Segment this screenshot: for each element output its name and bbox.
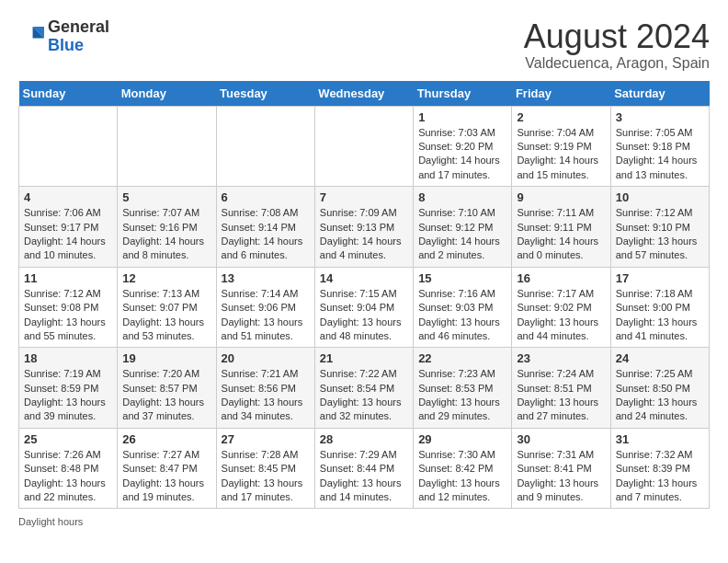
day-info: Sunrise: 7:04 AM Sunset: 9:19 PM Dayligh… <box>517 126 605 183</box>
day-number: 29 <box>418 432 506 446</box>
calendar-cell: 12Sunrise: 7:13 AM Sunset: 9:07 PM Dayli… <box>118 267 216 348</box>
calendar-cell: 24Sunrise: 7:25 AM Sunset: 8:50 PM Dayli… <box>610 348 709 429</box>
day-number: 30 <box>517 432 605 446</box>
day-info: Sunrise: 7:10 AM Sunset: 9:12 PM Dayligh… <box>418 206 506 263</box>
calendar-cell: 14Sunrise: 7:15 AM Sunset: 9:04 PM Dayli… <box>314 267 413 348</box>
calendar-cell: 4Sunrise: 7:06 AM Sunset: 9:17 PM Daylig… <box>19 187 118 268</box>
day-info: Sunrise: 7:27 AM Sunset: 8:47 PM Dayligh… <box>122 448 210 505</box>
calendar-cell: 20Sunrise: 7:21 AM Sunset: 8:56 PM Dayli… <box>216 348 314 429</box>
day-info: Sunrise: 7:24 AM Sunset: 8:51 PM Dayligh… <box>517 367 605 424</box>
logo: General Blue <box>18 18 109 55</box>
weekday-header-thursday: Thursday <box>414 81 512 107</box>
calendar-cell: 22Sunrise: 7:23 AM Sunset: 8:53 PM Dayli… <box>414 348 512 429</box>
footer: Daylight hours <box>18 516 710 527</box>
day-number: 28 <box>320 432 408 446</box>
day-info: Sunrise: 7:29 AM Sunset: 8:44 PM Dayligh… <box>320 448 408 505</box>
calendar-cell: 7Sunrise: 7:09 AM Sunset: 9:13 PM Daylig… <box>314 187 413 268</box>
week-row-0: 1Sunrise: 7:03 AM Sunset: 9:20 PM Daylig… <box>19 106 710 187</box>
day-info: Sunrise: 7:26 AM Sunset: 8:48 PM Dayligh… <box>24 448 112 505</box>
day-info: Sunrise: 7:15 AM Sunset: 9:04 PM Dayligh… <box>320 287 408 344</box>
calendar-cell: 25Sunrise: 7:26 AM Sunset: 8:48 PM Dayli… <box>19 428 118 509</box>
week-row-3: 18Sunrise: 7:19 AM Sunset: 8:59 PM Dayli… <box>19 348 710 429</box>
day-number: 8 <box>418 190 506 204</box>
calendar-cell <box>118 106 216 187</box>
week-row-4: 25Sunrise: 7:26 AM Sunset: 8:48 PM Dayli… <box>19 428 710 509</box>
day-info: Sunrise: 7:31 AM Sunset: 8:41 PM Dayligh… <box>517 448 605 505</box>
day-info: Sunrise: 7:16 AM Sunset: 9:03 PM Dayligh… <box>418 287 506 344</box>
weekday-header-tuesday: Tuesday <box>216 81 314 107</box>
calendar-cell: 30Sunrise: 7:31 AM Sunset: 8:41 PM Dayli… <box>512 428 610 509</box>
day-number: 1 <box>418 110 506 124</box>
day-info: Sunrise: 7:07 AM Sunset: 9:16 PM Dayligh… <box>122 206 210 263</box>
calendar-cell: 2Sunrise: 7:04 AM Sunset: 9:19 PM Daylig… <box>512 106 610 187</box>
logo-icon <box>18 24 44 50</box>
calendar-cell: 16Sunrise: 7:17 AM Sunset: 9:02 PM Dayli… <box>512 267 610 348</box>
day-number: 15 <box>418 271 506 285</box>
week-row-1: 4Sunrise: 7:06 AM Sunset: 9:17 PM Daylig… <box>19 187 710 268</box>
day-number: 31 <box>616 432 704 446</box>
calendar-cell: 8Sunrise: 7:10 AM Sunset: 9:12 PM Daylig… <box>414 187 512 268</box>
day-number: 6 <box>222 190 310 204</box>
week-row-2: 11Sunrise: 7:12 AM Sunset: 9:08 PM Dayli… <box>19 267 710 348</box>
calendar-cell: 10Sunrise: 7:12 AM Sunset: 9:10 PM Dayli… <box>610 187 709 268</box>
calendar-cell: 5Sunrise: 7:07 AM Sunset: 9:16 PM Daylig… <box>118 187 216 268</box>
day-info: Sunrise: 7:18 AM Sunset: 9:00 PM Dayligh… <box>616 287 704 344</box>
day-info: Sunrise: 7:14 AM Sunset: 9:06 PM Dayligh… <box>222 287 310 344</box>
weekday-header-sunday: Sunday <box>19 81 118 107</box>
calendar-cell: 29Sunrise: 7:30 AM Sunset: 8:42 PM Dayli… <box>414 428 512 509</box>
calendar-cell: 6Sunrise: 7:08 AM Sunset: 9:14 PM Daylig… <box>216 187 314 268</box>
day-info: Sunrise: 7:17 AM Sunset: 9:02 PM Dayligh… <box>517 287 605 344</box>
day-info: Sunrise: 7:21 AM Sunset: 8:56 PM Dayligh… <box>222 367 310 424</box>
day-info: Sunrise: 7:25 AM Sunset: 8:50 PM Dayligh… <box>616 367 704 424</box>
calendar-cell: 13Sunrise: 7:14 AM Sunset: 9:06 PM Dayli… <box>216 267 314 348</box>
calendar-cell: 21Sunrise: 7:22 AM Sunset: 8:54 PM Dayli… <box>314 348 413 429</box>
daylight-label: Daylight hours <box>18 516 83 527</box>
calendar-cell: 26Sunrise: 7:27 AM Sunset: 8:47 PM Dayli… <box>118 428 216 509</box>
day-number: 18 <box>24 351 112 365</box>
calendar-cell: 28Sunrise: 7:29 AM Sunset: 8:44 PM Dayli… <box>314 428 413 509</box>
location: Valdecuenca, Aragon, Spain <box>524 55 710 72</box>
day-info: Sunrise: 7:09 AM Sunset: 9:13 PM Dayligh… <box>320 206 408 263</box>
day-info: Sunrise: 7:23 AM Sunset: 8:53 PM Dayligh… <box>418 367 506 424</box>
calendar-cell: 11Sunrise: 7:12 AM Sunset: 9:08 PM Dayli… <box>19 267 118 348</box>
day-number: 11 <box>24 271 112 285</box>
calendar-cell: 27Sunrise: 7:28 AM Sunset: 8:45 PM Dayli… <box>216 428 314 509</box>
day-number: 27 <box>222 432 310 446</box>
calendar-cell: 1Sunrise: 7:03 AM Sunset: 9:20 PM Daylig… <box>414 106 512 187</box>
day-info: Sunrise: 7:08 AM Sunset: 9:14 PM Dayligh… <box>222 206 310 263</box>
day-info: Sunrise: 7:06 AM Sunset: 9:17 PM Dayligh… <box>24 206 112 263</box>
calendar-cell: 15Sunrise: 7:16 AM Sunset: 9:03 PM Dayli… <box>414 267 512 348</box>
day-number: 17 <box>616 271 704 285</box>
calendar-table: SundayMondayTuesdayWednesdayThursdayFrid… <box>18 81 710 510</box>
day-info: Sunrise: 7:13 AM Sunset: 9:07 PM Dayligh… <box>122 287 210 344</box>
day-number: 13 <box>222 271 310 285</box>
day-number: 7 <box>320 190 408 204</box>
day-number: 21 <box>320 351 408 365</box>
day-info: Sunrise: 7:30 AM Sunset: 8:42 PM Dayligh… <box>418 448 506 505</box>
weekday-header-wednesday: Wednesday <box>314 81 413 107</box>
day-info: Sunrise: 7:28 AM Sunset: 8:45 PM Dayligh… <box>222 448 310 505</box>
day-info: Sunrise: 7:12 AM Sunset: 9:08 PM Dayligh… <box>24 287 112 344</box>
page-header: General Blue August 2024 Valdecuenca, Ar… <box>18 18 710 72</box>
day-number: 20 <box>222 351 310 365</box>
day-number: 22 <box>418 351 506 365</box>
calendar-cell <box>19 106 118 187</box>
logo-blue: Blue <box>48 36 84 54</box>
day-number: 16 <box>517 271 605 285</box>
day-number: 26 <box>122 432 210 446</box>
day-number: 5 <box>122 190 210 204</box>
day-info: Sunrise: 7:11 AM Sunset: 9:11 PM Dayligh… <box>517 206 605 263</box>
day-info: Sunrise: 7:20 AM Sunset: 8:57 PM Dayligh… <box>122 367 210 424</box>
day-info: Sunrise: 7:32 AM Sunset: 8:39 PM Dayligh… <box>616 448 704 505</box>
day-number: 10 <box>616 190 704 204</box>
logo-general: General <box>48 17 109 36</box>
day-info: Sunrise: 7:22 AM Sunset: 8:54 PM Dayligh… <box>320 367 408 424</box>
day-number: 14 <box>320 271 408 285</box>
calendar-cell: 17Sunrise: 7:18 AM Sunset: 9:00 PM Dayli… <box>610 267 709 348</box>
title-block: August 2024 Valdecuenca, Aragon, Spain <box>524 18 710 72</box>
day-info: Sunrise: 7:19 AM Sunset: 8:59 PM Dayligh… <box>24 367 112 424</box>
calendar-cell: 18Sunrise: 7:19 AM Sunset: 8:59 PM Dayli… <box>19 348 118 429</box>
day-number: 3 <box>616 110 704 124</box>
calendar-cell <box>216 106 314 187</box>
weekday-header-saturday: Saturday <box>610 81 709 107</box>
